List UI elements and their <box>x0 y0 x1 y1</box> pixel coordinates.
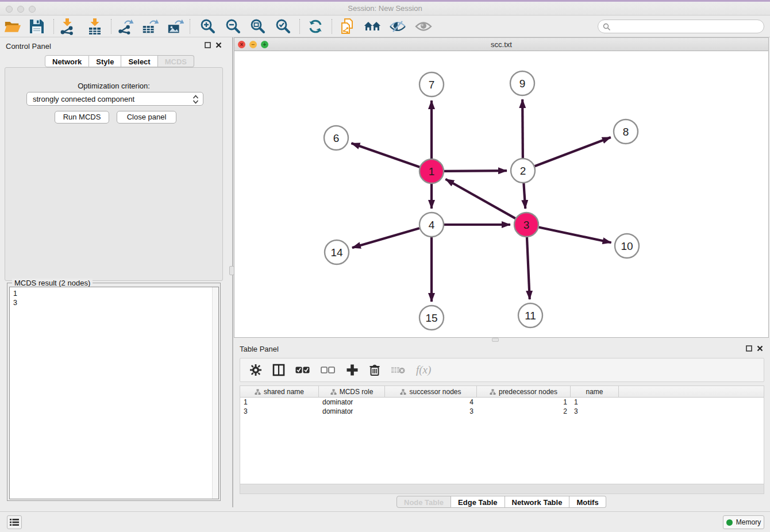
column-header-predecessor-nodes[interactable]: predecessor nodes <box>477 386 571 398</box>
graph-edge-2-9[interactable] <box>522 99 523 158</box>
graph-node-label-4: 4 <box>429 219 435 231</box>
graph-node-label-11: 11 <box>525 310 536 322</box>
refresh-icon <box>307 18 324 34</box>
tab-edge-table[interactable]: Edge Table <box>451 496 505 508</box>
tab-network-table[interactable]: Network Table <box>505 496 570 508</box>
select-all-columns-button[interactable] <box>295 366 310 374</box>
graph-node-label-14: 14 <box>330 246 343 259</box>
graph-node-label-9: 9 <box>519 78 526 90</box>
houses-icon <box>364 20 381 33</box>
cell-name: 3 <box>571 407 619 416</box>
float-panel-icon[interactable] <box>746 345 752 352</box>
memory-status-dot <box>726 519 733 526</box>
delete-table-button[interactable] <box>391 365 406 375</box>
tab-select[interactable]: Select <box>121 55 157 67</box>
graph-edge-3-10[interactable] <box>539 228 611 243</box>
function-builder-button[interactable]: f(x) <box>416 364 431 376</box>
table-toolbar: f(x) <box>240 358 764 382</box>
memory-button[interactable]: Memory <box>723 515 764 529</box>
export-image-button[interactable] <box>167 18 184 35</box>
graph-edge-4-14[interactable] <box>352 228 419 248</box>
cell-shared-name: 3 <box>240 407 319 416</box>
gear-icon <box>249 364 262 376</box>
export-table-icon <box>141 18 159 35</box>
graph-edge-2-3[interactable] <box>523 183 525 209</box>
import-network-button[interactable] <box>59 18 76 35</box>
table-tabs: Node Table Edge Table Network Table Moti… <box>396 496 606 508</box>
save-session-button[interactable] <box>28 18 45 35</box>
column-settings-button[interactable] <box>249 364 262 376</box>
column-header-name[interactable]: name <box>571 386 619 398</box>
graph-edge-2-8[interactable] <box>535 137 611 166</box>
close-panel-icon[interactable] <box>215 42 222 48</box>
column-header-successor-nodes[interactable]: successor nodes <box>385 386 477 398</box>
show-all-button[interactable] <box>415 18 432 35</box>
mcds-result-scrollbar[interactable] <box>212 287 218 499</box>
horizontal-splitter-handle[interactable] <box>492 338 499 342</box>
tab-motifs[interactable]: Motifs <box>569 496 606 508</box>
zoom-in-button[interactable] <box>199 18 217 35</box>
close-panel-button[interactable]: Close panel <box>117 111 176 124</box>
network-window-titlebar[interactable]: × − + scc.txt <box>234 38 768 51</box>
export-network-button[interactable] <box>117 18 134 35</box>
mcds-tab-content: Optimization criterion: strongly connect… <box>5 67 223 281</box>
table-panel-title: Table Panel <box>240 345 279 353</box>
zoom-fit-button[interactable] <box>249 18 267 35</box>
tab-style[interactable]: Style <box>89 55 121 67</box>
network-graph: 7968124314101511 <box>234 51 768 337</box>
optimization-criterion-select[interactable]: strongly connected component <box>26 92 203 106</box>
hierarchy-icon <box>400 389 406 395</box>
open-file-button[interactable] <box>4 18 21 35</box>
float-panel-icon[interactable] <box>205 42 211 48</box>
search-input[interactable] <box>613 21 760 32</box>
graph-node-label-8: 8 <box>623 126 629 138</box>
zoom-selected-button[interactable] <box>275 18 292 35</box>
tab-mcds[interactable]: MCDS <box>158 55 194 67</box>
tab-network[interactable]: Network <box>45 55 89 67</box>
graph-edge-3-11[interactable] <box>527 237 530 299</box>
graph-edge-1-2[interactable] <box>444 171 507 171</box>
table-row[interactable]: 3 dominator 3 2 3 <box>240 407 764 416</box>
apply-layout-button[interactable] <box>307 18 324 35</box>
mcds-result-list[interactable]: 1 3 <box>9 287 219 499</box>
cell-predecessor-nodes: 2 <box>477 407 571 416</box>
column-header-shared-name[interactable]: shared name <box>240 386 319 398</box>
main-toolbar <box>0 16 770 37</box>
mcds-result-item: 1 <box>10 287 218 298</box>
hide-selected-button[interactable] <box>389 18 406 35</box>
task-history-button[interactable] <box>7 515 22 529</box>
deselect-all-columns-button[interactable] <box>321 366 336 374</box>
app-title: Session: New Session <box>0 4 770 13</box>
graph-edge-3-1[interactable] <box>445 179 515 218</box>
cell-shared-name: 1 <box>240 398 319 407</box>
run-mcds-button[interactable]: Run MCDS <box>55 111 109 124</box>
select-stepper-icon <box>192 95 199 104</box>
close-panel-icon[interactable] <box>757 345 763 352</box>
import-network-icon <box>59 18 76 35</box>
column-label: MCDS role <box>340 388 374 396</box>
network-view-window: × − + scc.txt 7968124314101511 <box>234 37 769 338</box>
first-neighbors-button[interactable] <box>364 18 381 35</box>
table-footer-strip <box>240 484 764 494</box>
delete-column-button[interactable] <box>369 364 380 376</box>
toolbar-separator <box>190 19 190 34</box>
list-icon <box>10 518 19 526</box>
import-table-button[interactable] <box>86 18 103 35</box>
node-table: shared name MCDS role successor nodes pr… <box>240 385 764 484</box>
tab-node-table[interactable]: Node Table <box>396 496 451 508</box>
graph-node-label-2: 2 <box>520 165 526 177</box>
toolbar-separator <box>53 19 54 34</box>
delete-table-icon <box>391 365 406 375</box>
table-row[interactable]: 1 dominator 4 1 1 <box>240 398 764 407</box>
export-table-button[interactable] <box>141 18 159 35</box>
panel-split-button[interactable] <box>272 364 285 376</box>
new-network-from-selection-button[interactable] <box>338 18 356 35</box>
network-canvas[interactable]: 7968124314101511 <box>234 51 768 337</box>
zoom-out-button[interactable] <box>225 18 242 35</box>
graph-edge-1-6[interactable] <box>351 143 419 167</box>
add-column-button[interactable] <box>346 364 359 376</box>
eye-icon <box>415 20 432 33</box>
optimization-criterion-value: strongly connected component <box>33 95 134 103</box>
column-header-mcds-role[interactable]: MCDS role <box>319 386 385 398</box>
column-label: shared name <box>264 388 304 396</box>
